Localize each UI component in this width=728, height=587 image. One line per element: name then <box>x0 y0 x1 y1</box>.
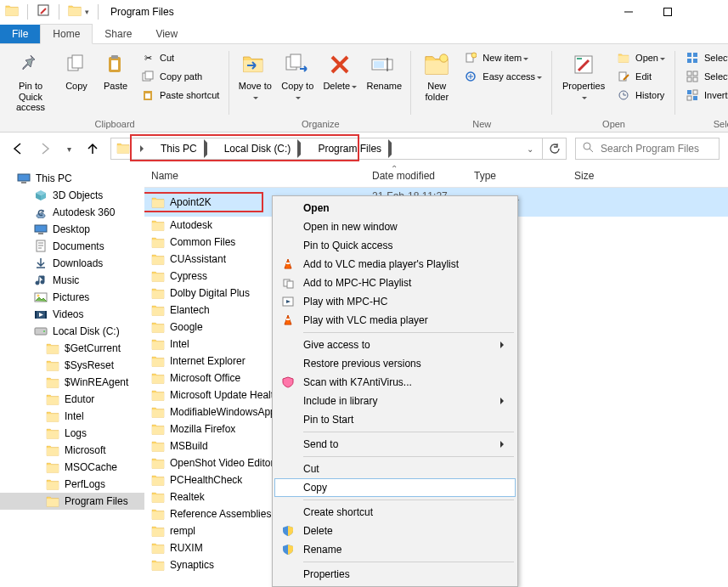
tree-item[interactable]: Local Disk (C:) <box>0 323 144 340</box>
copy-to-button[interactable]: Copy to <box>277 48 318 105</box>
ctx-send-to[interactable]: Send to <box>274 435 516 454</box>
ctx-rename[interactable]: Rename <box>274 540 516 559</box>
ctx-copy[interactable]: Copy <box>274 478 516 497</box>
ctx-pin-quick-access[interactable]: Pin to Quick access <box>274 236 516 255</box>
history-button[interactable]: History <box>613 87 669 104</box>
tree-item[interactable]: $WinREAgent <box>0 374 144 391</box>
maximize-button[interactable] <box>648 0 687 24</box>
recent-locations-button[interactable]: ▾ <box>63 139 75 158</box>
tab-home[interactable]: Home <box>40 24 93 44</box>
ctx-open-new-window[interactable]: Open in new window <box>274 217 516 236</box>
ribbon: Pin to Quick access Copy Paste ✂Cut Copy… <box>0 44 728 133</box>
tab-file[interactable]: File <box>0 25 40 43</box>
ctx-pin-start[interactable]: Pin to Start <box>274 410 516 429</box>
copy-path-button[interactable]: Copy path <box>138 68 223 85</box>
tree-item[interactable]: Desktop <box>0 221 144 238</box>
move-to-button[interactable]: Move to <box>234 48 275 105</box>
folder-icon <box>151 321 165 333</box>
cut-button[interactable]: ✂Cut <box>138 49 223 66</box>
tree-item[interactable]: 3D Objects <box>0 187 144 204</box>
forward-button[interactable] <box>36 139 54 158</box>
tree-item[interactable]: Videos <box>0 306 144 323</box>
ctx-give-access[interactable]: Give access to <box>274 336 516 354</box>
tree-item[interactable]: Pictures <box>0 289 144 306</box>
search-icon <box>583 142 594 155</box>
invert-selection-button[interactable]: Invert selection <box>682 87 728 104</box>
qat-dropdown-icon[interactable]: ▾ <box>85 8 89 16</box>
col-size[interactable]: Size <box>567 165 728 187</box>
properties-qat-icon[interactable] <box>37 3 50 20</box>
folder-icon <box>151 253 165 265</box>
ctx-include-library[interactable]: Include in library <box>274 392 516 410</box>
open-button[interactable]: Open <box>613 49 669 66</box>
ctx-properties[interactable]: Properties <box>274 565 516 584</box>
pin-quick-access-button[interactable]: Pin to Quick access <box>5 48 56 116</box>
rename-button[interactable]: Rename <box>362 48 406 95</box>
copy-button[interactable]: Copy <box>58 48 95 95</box>
breadcrumb-localdisk[interactable]: Local Disk (C:) <box>219 138 310 159</box>
new-item-button[interactable]: New item <box>460 49 545 66</box>
refresh-button[interactable] <box>543 138 567 160</box>
ctx-add-vlc-playlist[interactable]: Add to VLC media player's Playlist <box>274 255 516 274</box>
address-bar[interactable]: This PC Local Disk (C:) Program Files ⌄ <box>110 138 543 160</box>
delete-button[interactable]: Delete <box>319 48 360 95</box>
tab-view[interactable]: View <box>144 25 189 43</box>
svg-rect-48 <box>286 262 290 264</box>
back-button[interactable] <box>8 139 27 158</box>
minimize-button[interactable] <box>609 0 648 24</box>
svg-rect-37 <box>21 182 26 183</box>
tree-item[interactable]: Documents <box>0 238 144 255</box>
ctx-delete[interactable]: Delete <box>274 522 516 540</box>
paste-shortcut-icon <box>141 88 155 102</box>
tree-item[interactable]: Music <box>0 272 144 289</box>
search-input[interactable]: Search Program Files <box>575 138 720 160</box>
folder-icon <box>151 457 165 469</box>
address-dropdown-button[interactable]: ⌄ <box>520 144 540 154</box>
pc-icon <box>17 172 31 185</box>
ctx-play-vlc[interactable]: Play with VLC media player <box>274 311 516 330</box>
ctx-create-shortcut[interactable]: Create shortcut <box>274 503 516 522</box>
separator <box>303 562 514 562</box>
ctx-open[interactable]: Open <box>274 199 516 217</box>
tree-item[interactable]: $GetCurrent <box>0 340 144 357</box>
breadcrumb-root[interactable] <box>133 138 152 159</box>
ctx-restore-versions[interactable]: Restore previous versions <box>274 354 516 373</box>
breadcrumb-programfiles[interactable]: Program Files <box>313 138 400 159</box>
ctx-scan-k7[interactable]: Scan with K7AntiVirus... <box>274 373 516 392</box>
svg-rect-1 <box>664 8 672 15</box>
paste-shortcut-button[interactable]: Paste shortcut <box>138 87 223 104</box>
new-folder-button[interactable]: New folder <box>416 48 457 105</box>
ctx-add-mpc-playlist[interactable]: Add to MPC-HC Playlist <box>274 274 516 292</box>
select-all-button[interactable]: Select all <box>682 49 728 66</box>
tree-item[interactable]: Edutor <box>0 391 144 408</box>
svg-rect-6 <box>111 60 118 70</box>
paste-button[interactable]: Paste <box>97 48 134 95</box>
col-type[interactable]: Type <box>467 165 567 187</box>
ctx-play-mpc[interactable]: Play with MPC-HC <box>274 292 516 311</box>
tree-item[interactable]: Logs <box>0 425 144 442</box>
easy-access-button[interactable]: Easy access <box>460 68 545 85</box>
ctx-cut[interactable]: Cut <box>274 460 516 478</box>
breadcrumb-thispc[interactable]: This PC <box>155 138 216 159</box>
properties-button[interactable]: Properties <box>557 48 610 105</box>
tree-this-pc[interactable]: This PC <box>0 170 144 187</box>
separator <box>303 332 514 333</box>
folder-icon <box>151 525 165 537</box>
tree-item[interactable]: Intel <box>0 408 144 425</box>
folder-qat-icon[interactable] <box>68 3 82 20</box>
tree-item[interactable]: Program Files <box>0 493 144 510</box>
up-button[interactable] <box>83 139 102 158</box>
tree-item[interactable]: Downloads <box>0 255 144 272</box>
col-name[interactable]: Name <box>144 165 365 187</box>
tab-share[interactable]: Share <box>93 25 144 43</box>
tree-item[interactable]: Microsoft <box>0 442 144 459</box>
col-date[interactable]: Date modified <box>365 165 467 187</box>
tree-item[interactable]: Autodesk 360 <box>0 204 144 221</box>
edit-button[interactable]: Edit <box>613 68 669 85</box>
select-none-button[interactable]: Select none <box>682 68 728 85</box>
svg-rect-5 <box>111 55 118 59</box>
tree-item[interactable]: $SysReset <box>0 357 144 374</box>
tree-item[interactable]: PerfLogs <box>0 476 144 493</box>
tree-item[interactable]: MSOCache <box>0 459 144 476</box>
svg-rect-26 <box>693 59 697 63</box>
